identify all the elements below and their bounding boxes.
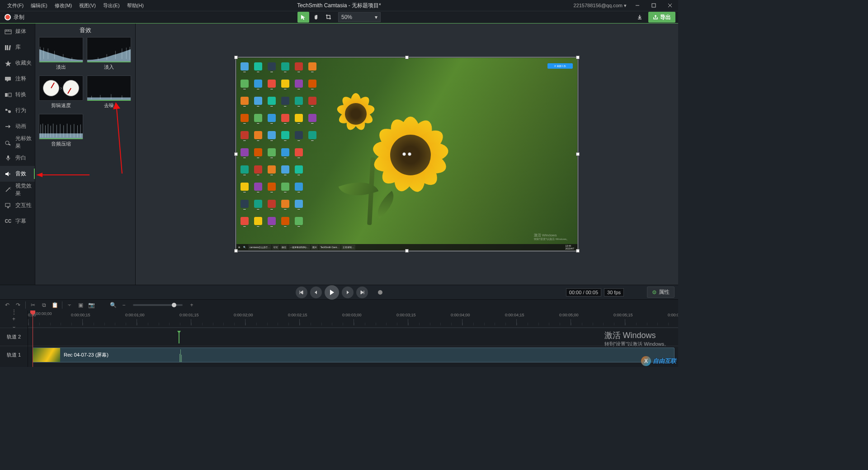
svg-marker-54 (113, 102, 120, 109)
track-area[interactable]: 0:00:00;00 0:00:00;000:00:00;150:00:01;0… (28, 310, 678, 367)
tab-visual-effects[interactable]: 视觉效果 (0, 182, 35, 197)
camera-button[interactable]: ▣ (76, 301, 85, 310)
record-button[interactable]: 录制 (0, 11, 29, 23)
crop-tool-button[interactable] (323, 12, 335, 23)
window-close-button[interactable] (662, 0, 678, 11)
split-button[interactable]: ⫟ (65, 301, 74, 310)
snapshot-button[interactable]: 📷 (87, 301, 96, 310)
zoom-in-button[interactable]: + (187, 301, 196, 310)
playback-bar: 00:00 / 00:05 30 fps ⚙ 属性 (0, 285, 678, 299)
track-labels: ⋮ + ⌄ 轨道 2 轨道 1 (0, 310, 28, 367)
marker-dot[interactable] (378, 290, 382, 295)
undo-button[interactable]: ↶ (3, 301, 12, 310)
properties-button[interactable]: ⚙ 属性 (647, 287, 675, 298)
resize-handle[interactable] (405, 249, 409, 253)
wand-icon (5, 186, 12, 193)
zoom-slider[interactable] (133, 304, 183, 306)
paste-button[interactable]: 📋 (50, 301, 59, 310)
timeline-clip[interactable]: Rec 04-07-23 (屏幕) (33, 348, 675, 362)
svg-marker-52 (36, 173, 42, 177)
menu-export[interactable]: 导出(E) (99, 0, 123, 11)
zoom-out-button[interactable]: − (119, 301, 128, 310)
track-label-2[interactable]: 轨道 2 (0, 328, 28, 346)
step-forward-button[interactable] (342, 287, 354, 298)
svg-rect-59 (181, 355, 182, 362)
next-frame-button[interactable] (356, 287, 368, 298)
cut-button[interactable]: ✂ (28, 301, 38, 310)
fps-display: 30 fps (604, 288, 624, 296)
effect-clipspeed[interactable]: › 剪辑速度 (39, 75, 83, 110)
menu-file[interactable]: 文件(F) (4, 0, 27, 11)
effect-label: 淡出 (39, 62, 83, 72)
svg-rect-10 (9, 45, 11, 50)
zoom-fit-button[interactable]: 🔍 (108, 301, 118, 310)
resize-handle[interactable] (576, 56, 580, 59)
menu-help[interactable]: 帮助(H) (123, 0, 147, 11)
resize-handle[interactable] (576, 152, 580, 156)
animation-icon (5, 123, 12, 130)
play-button[interactable] (325, 285, 339, 300)
tab-label: 旁白 (15, 154, 26, 162)
tab-library[interactable]: 库 (0, 39, 35, 55)
hand-tool-button[interactable] (310, 12, 322, 23)
svg-rect-57 (179, 354, 180, 362)
tab-media[interactable]: 媒体 (0, 24, 35, 39)
svg-point-16 (5, 141, 9, 145)
track-2[interactable]: 激活 Windows 转到"设置"以激活 Windows。 (28, 328, 678, 346)
tab-label: 转换 (15, 91, 26, 99)
resize-handle[interactable] (234, 152, 238, 156)
resize-handle[interactable] (405, 56, 409, 59)
menu-view[interactable]: 视图(V) (75, 0, 99, 11)
tab-behaviors[interactable]: 行为 (0, 103, 35, 118)
speaker-icon (5, 170, 12, 178)
tab-cursor-effects[interactable]: 光标效果 (0, 134, 35, 150)
window-minimize-button[interactable] (629, 0, 646, 11)
track-label-1[interactable]: 轨道 1 (0, 346, 28, 364)
tab-transitions[interactable]: 转换 (0, 87, 35, 103)
resize-handle[interactable] (234, 249, 238, 253)
tab-annotations[interactable]: 注释 (0, 71, 35, 87)
redo-button[interactable]: ↷ (14, 301, 23, 310)
cursor-tool-button[interactable] (297, 12, 309, 23)
canvas-selection[interactable]: /*placeholder*/ ••••••••••••••••••••••••… (236, 58, 577, 250)
tab-captions[interactable]: CC字幕 (0, 213, 35, 229)
tab-audio-effects[interactable]: 音效 (0, 166, 35, 182)
track-1[interactable]: Rec 04-07-23 (屏幕) (28, 346, 678, 364)
svg-rect-18 (5, 203, 10, 207)
tab-interactivity[interactable]: 交互性 (0, 197, 35, 213)
zoom-knob[interactable] (172, 303, 176, 307)
svg-rect-11 (5, 77, 11, 80)
svg-rect-14 (5, 109, 7, 111)
behavior-icon (5, 107, 12, 114)
svg-rect-36 (39, 133, 83, 138)
time-display: 00:00 / 00:05 (566, 288, 601, 296)
tab-label: 音效 (15, 170, 26, 178)
prev-frame-button[interactable] (296, 287, 307, 298)
window-maximize-button[interactable] (646, 0, 662, 11)
account-label[interactable]: 2215788156@qq.com ▾ (571, 3, 629, 9)
track-menu-button[interactable]: ⋮ (11, 309, 17, 315)
tab-animations[interactable]: 动画 (0, 118, 35, 134)
add-track-button[interactable]: + (11, 316, 17, 322)
download-button[interactable] (634, 12, 646, 23)
rotate-handle[interactable] (401, 152, 412, 156)
zoom-selector[interactable]: 50% ▾ (338, 12, 381, 22)
playhead[interactable] (33, 310, 33, 367)
effect-compression[interactable]: 音频压缩 (39, 114, 83, 149)
canvas-area[interactable]: /*placeholder*/ ••••••••••••••••••••••••… (136, 24, 678, 285)
tab-narration[interactable]: 旁白 (0, 150, 35, 166)
star-icon (5, 60, 12, 67)
resize-handle[interactable] (576, 249, 580, 253)
effect-fadein[interactable]: 淡入 (87, 37, 131, 72)
export-button[interactable]: 导出 (648, 12, 675, 23)
clip-thumbnail (33, 348, 60, 362)
menu-edit[interactable]: 编辑(E) (27, 0, 51, 11)
step-back-button[interactable] (310, 287, 322, 298)
timeline-ruler[interactable]: 0:00:00;00 0:00:00;000:00:00;150:00:01;0… (28, 310, 678, 328)
tab-favorites[interactable]: 收藏夹 (0, 55, 35, 71)
side-tabs: 媒体 库 收藏夹 注释 转换 行为 动画 光标效果 旁白 音效 视觉效果 交互性… (0, 24, 35, 285)
menu-modify[interactable]: 修改(M) (51, 0, 76, 11)
resize-handle[interactable] (234, 56, 238, 59)
effect-fadeout[interactable]: 淡出 (39, 37, 83, 72)
copy-button[interactable]: ⧉ (39, 301, 48, 310)
